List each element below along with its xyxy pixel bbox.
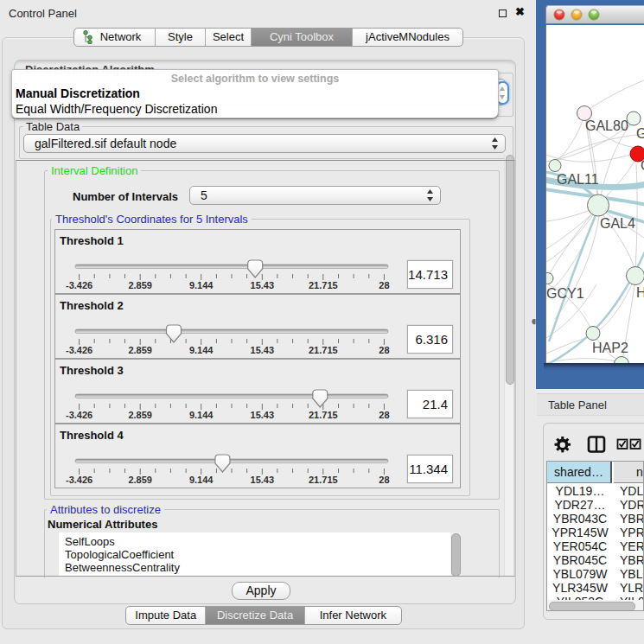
svg-text:H: H [636,285,644,300]
svg-text:GAL11: GAL11 [557,172,599,187]
svg-text:GCY1: GCY1 [546,286,584,301]
svg-text:GAL4: GAL4 [600,216,635,231]
svg-text:C: C [641,158,644,173]
svg-text:GAL80: GAL80 [585,118,628,133]
svg-text:HAP2: HAP2 [592,341,628,355]
svg-text:GA: GA [636,126,644,141]
